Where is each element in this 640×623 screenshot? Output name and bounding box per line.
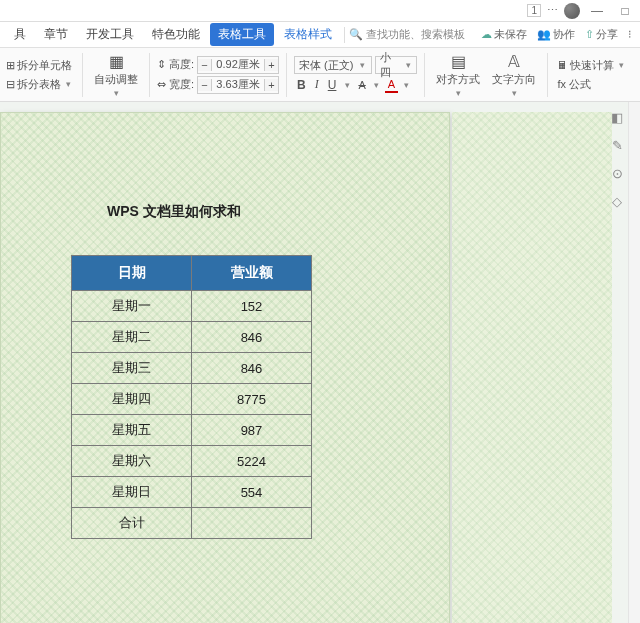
table-row-total: 合计 — [72, 508, 312, 539]
autofit-icon: ▦ — [109, 52, 124, 71]
table-row: 星期一152 — [72, 291, 312, 322]
vertical-scrollbar[interactable] — [628, 102, 640, 623]
sidepane-select-icon[interactable]: ⊙ — [608, 164, 626, 182]
adjacent-page — [452, 112, 612, 623]
unsaved-indicator[interactable]: ☁未保存 — [481, 27, 527, 42]
table-header-row: 日期 营业额 — [72, 256, 312, 291]
document-page[interactable]: WPS 文档里如何求和 日期 营业额 星期一152 星期二846 星期三846 … — [0, 112, 450, 623]
user-avatar[interactable] — [564, 3, 580, 19]
menu-bar: 具 章节 开发工具 特色功能 表格工具 表格样式 🔍 查找功能、搜索模板 ☁未保… — [0, 22, 640, 48]
table-row: 星期二846 — [72, 322, 312, 353]
height-spinner[interactable]: − 0.92厘米 + — [197, 56, 279, 74]
header-revenue[interactable]: 营业额 — [192, 256, 312, 291]
collab-button[interactable]: 👥协作 — [537, 27, 575, 42]
document-workspace: WPS 文档里如何求和 日期 营业额 星期一152 星期二846 星期三846 … — [0, 102, 628, 623]
split-cell-button[interactable]: ⊞拆分单元格 — [4, 57, 75, 74]
col-width-icon: ⇔ — [157, 78, 166, 91]
table-row: 星期日554 — [72, 477, 312, 508]
tab-table-tools[interactable]: 表格工具 — [210, 23, 274, 46]
people-icon: 👥 — [537, 28, 551, 41]
underline-button[interactable]: U — [325, 77, 340, 93]
search-icon: 🔍 — [349, 28, 363, 41]
tab-features[interactable]: 特色功能 — [144, 23, 208, 46]
table-row: 星期五987 — [72, 415, 312, 446]
window-titlebar: 1 ⋯ — □ — [0, 0, 640, 22]
table-row: 星期三846 — [72, 353, 312, 384]
table-row: 星期四8775 — [72, 384, 312, 415]
menu-right-cluster: ☁未保存 👥协作 ⇧分享 ⁝ — [481, 27, 640, 42]
tab-devtools[interactable]: 开发工具 — [78, 23, 142, 46]
width-value[interactable]: 3.63厘米 — [212, 77, 264, 92]
ellipsis-icon[interactable]: ⋯ — [547, 4, 558, 17]
width-increase[interactable]: + — [264, 79, 278, 91]
ribbon-toolbar: ⊞拆分单元格 ⊟拆分表格▾ ▦ 自动调整▾ ⇕ 高度: − 0.92厘米 + ⇔… — [0, 48, 640, 102]
header-date[interactable]: 日期 — [72, 256, 192, 291]
separator — [344, 27, 345, 43]
tab-chapter[interactable]: 章节 — [36, 23, 76, 46]
quick-calc-button[interactable]: 🖩快速计算▾ — [555, 57, 628, 74]
font-color-button[interactable]: A — [385, 77, 398, 93]
maximize-button[interactable]: □ — [614, 4, 636, 18]
split-cell-icon: ⊞ — [6, 59, 15, 72]
row-height-icon: ⇕ — [157, 58, 166, 71]
side-panel-buttons: ◧ ✎ ⊙ ◇ — [608, 108, 626, 210]
split-table-button[interactable]: ⊟拆分表格▾ — [4, 76, 75, 93]
autofit-button[interactable]: ▦ 自动调整▾ — [90, 50, 142, 100]
share-icon: ⇧ — [585, 28, 594, 41]
sidepane-nav-icon[interactable]: ◇ — [608, 192, 626, 210]
tab-tools-partial[interactable]: 具 — [6, 23, 34, 46]
width-label: 宽度: — [169, 77, 194, 92]
width-decrease[interactable]: − — [198, 79, 212, 91]
table-row: 星期六5224 — [72, 446, 312, 477]
calc-icon: 🖩 — [557, 59, 568, 71]
page-indicator: 1 — [527, 4, 541, 17]
align-button[interactable]: ▤对齐方式▾ — [432, 50, 484, 100]
tab-table-style[interactable]: 表格样式 — [276, 23, 340, 46]
height-label: 高度: — [169, 57, 194, 72]
font-name-select[interactable]: 宋体 (正文)▾ — [294, 56, 372, 74]
align-icon: ▤ — [451, 52, 466, 71]
more-icon[interactable]: ⁝ — [628, 28, 632, 41]
height-increase[interactable]: + — [264, 59, 278, 71]
split-table-icon: ⊟ — [6, 78, 15, 91]
search-placeholder: 查找功能、搜索模板 — [366, 27, 465, 42]
sidepane-style-icon[interactable]: ✎ — [608, 136, 626, 154]
height-decrease[interactable]: − — [198, 59, 212, 71]
font-size-select[interactable]: 小四▾ — [375, 56, 417, 74]
formula-button[interactable]: fx 公式 — [555, 76, 628, 93]
cloud-icon: ☁ — [481, 28, 492, 41]
search-box[interactable]: 🔍 查找功能、搜索模板 — [349, 27, 465, 42]
italic-button[interactable]: I — [312, 76, 322, 93]
sidepane-toggle-icon[interactable]: ◧ — [608, 108, 626, 126]
document-title: WPS 文档里如何求和 — [107, 203, 419, 221]
data-table[interactable]: 日期 营业额 星期一152 星期二846 星期三846 星期四8775 星期五9… — [71, 255, 312, 539]
strike-button[interactable]: A — [355, 78, 368, 92]
text-direction-button[interactable]: 𝔸文字方向▾ — [488, 50, 540, 100]
width-spinner[interactable]: − 3.63厘米 + — [197, 76, 279, 94]
minimize-button[interactable]: — — [586, 4, 608, 18]
share-button[interactable]: ⇧分享 — [585, 27, 618, 42]
bold-button[interactable]: B — [294, 77, 309, 93]
text-direction-icon: 𝔸 — [508, 52, 520, 71]
height-value[interactable]: 0.92厘米 — [212, 57, 264, 72]
